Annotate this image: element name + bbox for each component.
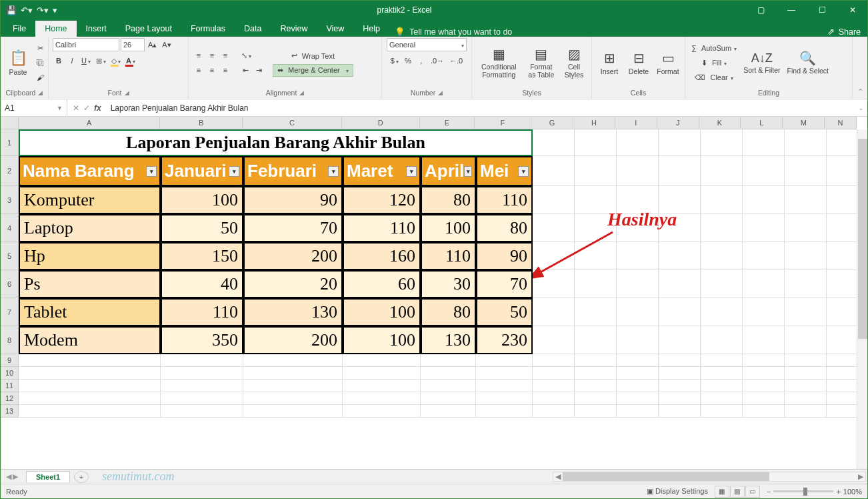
display-settings-button[interactable]: ▣ Display Settings — [647, 487, 708, 496]
select-all-corner[interactable] — [1, 117, 19, 129]
tab-home[interactable]: Home — [35, 21, 76, 37]
align-left-icon[interactable]: ≡ — [193, 63, 205, 77]
col-header-L[interactable]: L — [741, 117, 783, 129]
bold-button[interactable]: B — [53, 54, 65, 67]
cell[interactable] — [743, 186, 785, 214]
table-cell-value[interactable]: 70 — [243, 214, 343, 242]
cell[interactable] — [659, 392, 701, 405]
cell[interactable] — [659, 129, 701, 156]
cell[interactable] — [701, 392, 743, 405]
save-icon[interactable]: 💾 — [6, 5, 17, 15]
cell[interactable] — [617, 156, 659, 186]
cell[interactable] — [617, 354, 659, 367]
cell[interactable] — [243, 380, 343, 392]
zoom-out-button[interactable]: − — [767, 488, 771, 496]
decrease-decimal-icon[interactable]: ←.0 — [447, 54, 465, 67]
cell[interactable] — [785, 270, 827, 298]
close-button[interactable]: ✕ — [838, 1, 867, 19]
table-cell-value[interactable]: 80 — [421, 298, 476, 326]
cell[interactable] — [421, 367, 476, 380]
cell[interactable] — [161, 380, 243, 392]
row-header-12[interactable]: 12 — [1, 392, 19, 405]
cell[interactable] — [743, 270, 785, 298]
cut-icon[interactable]: ✂ — [34, 41, 46, 55]
table-cell-value[interactable]: 110 — [161, 298, 243, 326]
cell[interactable] — [575, 156, 617, 186]
col-header-F[interactable]: F — [475, 117, 531, 129]
table-cell-name[interactable]: Modem — [19, 326, 161, 354]
table-cell-value[interactable]: 230 — [476, 326, 533, 354]
filter-dropdown-icon[interactable]: ▾ — [518, 166, 529, 177]
filter-dropdown-icon[interactable]: ▾ — [146, 166, 157, 177]
row-header-1[interactable]: 1 — [1, 129, 19, 156]
cell[interactable] — [659, 405, 701, 418]
table-cell-value[interactable]: 110 — [476, 186, 533, 214]
cell[interactable] — [743, 367, 785, 380]
clipboard-launcher-icon[interactable]: ◢ — [38, 89, 43, 96]
share-button[interactable]: ⇗ Share — [827, 27, 861, 37]
row-header-2[interactable]: 2 — [1, 156, 19, 186]
spreadsheet-grid[interactable]: ABCDEFGHIJKLMN 12345678910111213 Laporan… — [1, 117, 867, 469]
cell[interactable] — [743, 214, 785, 242]
cell[interactable] — [617, 405, 659, 418]
formula-input[interactable]: Laporan Penjualan Barang Akhir Bulan — [107, 103, 855, 113]
cell[interactable] — [743, 156, 785, 186]
cell[interactable] — [701, 270, 743, 298]
autosum-button[interactable]: ∑ AutoSum — [689, 41, 739, 55]
ribbon-options-icon[interactable]: ▢ — [746, 1, 775, 19]
insert-cells-button[interactable]: ⊞Insert — [596, 43, 623, 83]
cell[interactable] — [701, 186, 743, 214]
undo-icon[interactable]: ↶▾ — [21, 5, 33, 15]
cell[interactable] — [827, 367, 859, 380]
row-header-8[interactable]: 8 — [1, 326, 19, 354]
cell[interactable] — [785, 392, 827, 405]
qat-more-icon[interactable]: ▾ — [53, 5, 57, 15]
cell[interactable] — [785, 326, 827, 354]
cell[interactable] — [659, 367, 701, 380]
cell[interactable] — [659, 156, 701, 186]
align-top-icon[interactable]: ≡ — [193, 49, 205, 62]
new-sheet-button[interactable]: + — [74, 471, 89, 483]
table-cell-value[interactable]: 70 — [476, 270, 533, 298]
format-painter-icon[interactable]: 🖌 — [34, 71, 46, 84]
cell[interactable] — [575, 405, 617, 418]
cell[interactable] — [533, 405, 575, 418]
clear-button[interactable]: ⌫ Clear — [689, 71, 739, 84]
merge-center-button[interactable]: ⬌ Merge & Center — [273, 64, 353, 77]
cell[interactable] — [533, 380, 575, 392]
cell[interactable] — [785, 405, 827, 418]
cell[interactable] — [617, 298, 659, 326]
increase-indent-icon[interactable]: ⇥ — [253, 63, 265, 77]
cell[interactable] — [785, 186, 827, 214]
cell[interactable] — [575, 298, 617, 326]
cell[interactable] — [19, 354, 161, 367]
cell-styles-button[interactable]: ▨Cell Styles — [561, 43, 587, 83]
format-as-table-button[interactable]: ▤Format as Table — [525, 43, 558, 83]
table-cell-value[interactable]: 130 — [421, 326, 476, 354]
table-header[interactable]: April▾ — [421, 156, 476, 186]
cell[interactable] — [827, 405, 859, 418]
horizontal-scrollbar[interactable]: ◀▶ — [175, 472, 867, 482]
table-cell-value[interactable]: 80 — [421, 186, 476, 214]
row-header-4[interactable]: 4 — [1, 214, 19, 242]
table-header[interactable]: Maret▾ — [343, 156, 421, 186]
cell[interactable] — [19, 405, 161, 418]
table-header[interactable]: Mei▾ — [476, 156, 533, 186]
cell[interactable] — [533, 326, 575, 354]
sheet-nav-next-icon[interactable]: ▶ — [13, 472, 18, 481]
font-color-button[interactable]: A — [124, 54, 137, 67]
comma-format-icon[interactable]: , — [415, 54, 427, 67]
tab-view[interactable]: View — [317, 21, 353, 37]
tell-me[interactable]: 💡 Tell me what you want to do — [395, 27, 512, 37]
wrap-text-button[interactable]: ↩ Wrap Text — [273, 49, 353, 63]
table-cell-value[interactable]: 20 — [243, 270, 343, 298]
tab-help[interactable]: Help — [353, 21, 389, 37]
cell[interactable] — [785, 367, 827, 380]
find-select-button[interactable]: 🔍Find & Select — [785, 43, 831, 83]
table-cell-value[interactable]: 200 — [243, 326, 343, 354]
align-center-icon[interactable]: ≡ — [206, 63, 218, 77]
zoom-in-button[interactable]: + — [836, 488, 840, 496]
cell[interactable] — [743, 405, 785, 418]
cell[interactable] — [659, 270, 701, 298]
fill-color-button[interactable]: ◇ — [109, 54, 123, 67]
